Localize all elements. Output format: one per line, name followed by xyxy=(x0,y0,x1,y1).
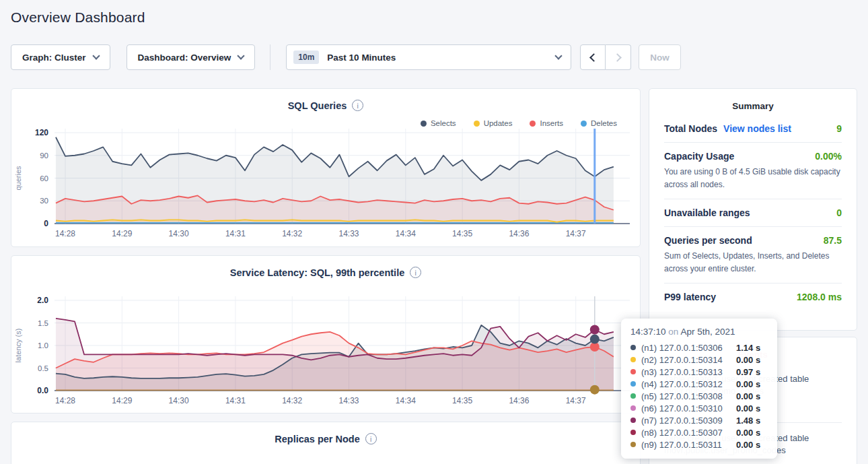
y-tick-label: 90 xyxy=(40,152,48,160)
tooltip-row: (n2) 127.0.0.1:503140.00 s xyxy=(630,354,768,366)
x-tick-label: 14:32 xyxy=(282,396,302,405)
charts-column: SQL Queries i SelectsUpdatesInsertsDelet… xyxy=(11,88,641,464)
node-address: (n1) 127.0.0.1:50306 xyxy=(641,343,731,353)
info-icon[interactable]: i xyxy=(410,267,421,278)
hover-dot xyxy=(590,385,600,395)
summary-row-line: Queries per second87.5 xyxy=(664,235,842,246)
time-range-selector[interactable]: 10m Past 10 Minutes xyxy=(286,44,571,70)
summary-row-line: Total NodesView nodes list9 xyxy=(664,123,842,134)
summary-row: Capacity Usage0.00%You are using 0 B of … xyxy=(664,143,842,199)
chevron-left-icon xyxy=(589,53,598,62)
now-button[interactable]: Now xyxy=(639,44,681,70)
y-tick-label: 120 xyxy=(35,128,48,137)
node-address: (n2) 127.0.0.1:50314 xyxy=(641,355,731,365)
x-tick-label: 14:36 xyxy=(509,396,529,405)
hover-dot xyxy=(590,335,600,344)
summary-title: Summary xyxy=(664,101,842,111)
x-tick-label: 14:30 xyxy=(169,229,189,238)
summary-description: You are using 0 B of 4.5 GiB usable disk… xyxy=(664,166,842,191)
x-tick-label: 14:37 xyxy=(566,396,586,405)
time-next-button[interactable] xyxy=(606,44,631,70)
chevron-down-icon xyxy=(92,52,100,59)
y-axis-label: queries xyxy=(14,166,22,191)
node-color-dot xyxy=(630,405,636,411)
node-color-dot xyxy=(630,369,636,374)
view-nodes-list-link[interactable]: View nodes list xyxy=(723,123,791,134)
time-range-badge: 10m xyxy=(293,51,319,64)
summary-label: Capacity Usage xyxy=(664,151,734,162)
hover-dot xyxy=(590,325,600,335)
x-tick-label: 14:28 xyxy=(55,229,75,238)
y-tick-label: 30 xyxy=(40,197,48,205)
y-tick-label: 60 xyxy=(40,174,48,183)
x-tick-label: 14:31 xyxy=(225,229,246,238)
chevron-right-icon xyxy=(613,53,622,62)
node-address: (n5) 127.0.0.1:50308 xyxy=(641,391,731,401)
x-tick-label: 14:37 xyxy=(566,229,586,238)
node-latency-value: 0.00 s xyxy=(736,428,760,438)
node-address: (n6) 127.0.0.1:50310 xyxy=(641,403,731,413)
node-address: (n4) 127.0.0.1:50312 xyxy=(641,379,731,389)
replicas-per-node-card: Replicas per Node i xyxy=(11,422,641,464)
node-address: (n9) 127.0.0.1:50311 xyxy=(641,440,731,450)
node-color-dot xyxy=(630,393,636,399)
node-latency-value: 1.48 s xyxy=(736,416,760,426)
node-color-dot xyxy=(630,357,636,362)
toolbar: Graph: Cluster Dashboard: Overview 10m P… xyxy=(11,44,857,70)
y-axis-label: latency (s) xyxy=(14,329,22,363)
sql-queries-title: SQL Queries xyxy=(288,100,347,111)
time-range-label: Past 10 Minutes xyxy=(327,53,396,63)
graph-dropdown[interactable]: Graph: Cluster xyxy=(11,44,110,70)
x-tick-label: 14:32 xyxy=(282,229,302,238)
x-tick-label: 14:31 xyxy=(225,396,246,405)
node-color-dot xyxy=(630,418,636,423)
tooltip-time: 14:37:10 xyxy=(630,327,666,337)
x-tick-label: 14:36 xyxy=(509,229,529,238)
tooltip-row: (n8) 127.0.0.1:503070.00 s xyxy=(630,426,768,438)
x-tick-label: 14:29 xyxy=(112,396,132,405)
sql-queries-chart[interactable]: 030609012014:2814:2914:3014:3114:3214:33… xyxy=(11,124,645,242)
service-latency-card: Service Latency: SQL, 99th percentile i … xyxy=(11,255,641,413)
summary-row: P99 latency1208.0 ms xyxy=(664,284,842,310)
tooltip-row: (n9) 127.0.0.1:503110.00 s xyxy=(630,438,768,451)
x-tick-label: 14:34 xyxy=(396,396,416,405)
summary-label: Queries per second xyxy=(664,235,752,246)
dashboard-dropdown[interactable]: Dashboard: Overview xyxy=(126,44,256,70)
y-tick-label: 0 xyxy=(44,219,48,228)
tooltip-row: (n4) 127.0.0.1:503120.00 s xyxy=(630,378,768,390)
node-latency-value: 0.00 s xyxy=(736,379,760,389)
node-color-dot xyxy=(630,442,636,447)
chevron-down-icon xyxy=(555,52,563,59)
summary-panel: Summary Total NodesView nodes list9Capac… xyxy=(649,88,857,331)
chevron-down-icon xyxy=(238,52,245,59)
page-title: Overview Dashboard xyxy=(11,9,857,26)
node-latency-value: 1.14 s xyxy=(736,343,760,353)
y-tick-label: 1.0 xyxy=(38,341,48,350)
node-latency-value: 0.97 s xyxy=(736,367,760,377)
summary-row-line: P99 latency1208.0 ms xyxy=(664,292,842,302)
summary-value: 1208.0 ms xyxy=(797,292,842,302)
tooltip-row: (n7) 127.0.0.1:503091.48 s xyxy=(630,414,768,426)
graph-dropdown-label: Graph: Cluster xyxy=(22,53,86,63)
info-icon[interactable]: i xyxy=(365,433,377,444)
summary-label: Unavailable ranges xyxy=(664,207,750,218)
node-address: (n3) 127.0.0.1:50313 xyxy=(641,367,731,377)
node-latency-value: 0.00 s xyxy=(736,355,760,365)
x-tick-label: 14:33 xyxy=(338,229,359,238)
y-tick-label: 2.0 xyxy=(37,296,48,305)
node-address: (n7) 127.0.0.1:50309 xyxy=(641,416,731,426)
x-tick-label: 14:29 xyxy=(112,229,132,238)
dashboard-dropdown-label: Dashboard: Overview xyxy=(138,53,231,63)
summary-value: 0.00% xyxy=(815,151,842,162)
info-icon[interactable]: i xyxy=(352,100,363,111)
time-prev-button[interactable] xyxy=(580,44,606,70)
tooltip-on: on xyxy=(668,327,678,337)
y-tick-label: 0.5 xyxy=(38,364,48,372)
y-tick-label: 1.5 xyxy=(38,319,48,327)
node-address: (n8) 127.0.0.1:50307 xyxy=(641,428,731,438)
node-latency-value: 0.00 s xyxy=(736,440,760,450)
summary-value: 0 xyxy=(836,207,842,218)
chart-hover-tooltip: 14:37:10 on Apr 5th, 2021 (n1) 127.0.0.1… xyxy=(621,319,777,459)
service-latency-chart[interactable]: 0.00.51.01.52.014:2814:2914:3014:3114:32… xyxy=(11,292,645,411)
tooltip-row: (n5) 127.0.0.1:503080.00 s xyxy=(630,390,768,402)
